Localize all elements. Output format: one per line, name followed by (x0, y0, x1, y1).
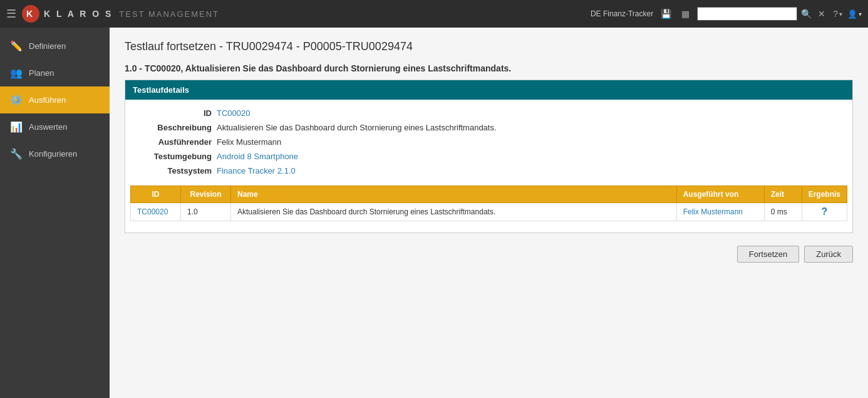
value-id[interactable]: TC00020 (217, 108, 250, 118)
sidebar-item-label-konfigurieren: Konfigurieren (29, 149, 77, 159)
help-menu[interactable]: ? ▾ (833, 9, 842, 19)
col-header-name: Name (231, 186, 677, 203)
info-row-beschreibung: Beschreibung Aktualisieren Sie das Dashb… (125, 120, 852, 135)
back-button[interactable]: Zurück (804, 246, 853, 263)
definieren-icon: ✏️ (10, 40, 23, 52)
card-body: ID TC00020 Beschreibung Aktualisieren Si… (125, 100, 852, 233)
logo-subtext: TEST MANAGEMENT (119, 9, 219, 19)
button-row: Fortsetzen Zurück (125, 246, 853, 263)
sidebar-item-label-definieren: Definieren (29, 41, 66, 51)
col-header-executed-by: Ausgeführt von (676, 186, 764, 203)
table-wrap: ID Revision Name Ausgeführt von Zeit Erg… (125, 178, 852, 226)
value-testsystem[interactable]: Finance Tracker 2.1.0 (217, 166, 296, 175)
svg-text:K: K (26, 9, 33, 19)
value-beschreibung: Aktualisieren Sie das Dashboard durch St… (217, 123, 497, 132)
search-wrap: 🔍 ✕ (697, 6, 828, 21)
info-row-id: ID TC00020 (125, 106, 852, 120)
sidebar-item-auswerten[interactable]: 📊 Auswerten (0, 113, 110, 140)
cell-result[interactable]: ? (802, 203, 847, 221)
card-header: Testlaufdetails (125, 80, 852, 100)
auswerten-icon: 📊 (10, 121, 23, 133)
sidebar-item-konfigurieren[interactable]: 🔧 Konfigurieren (0, 140, 110, 167)
sidebar-item-definieren[interactable]: ✏️ Definieren (0, 33, 110, 60)
user-icon: 👤 (847, 9, 857, 19)
grid-icon-btn[interactable]: ▦ (679, 6, 692, 21)
help-chevron-icon: ▾ (839, 11, 842, 18)
testlauf-card: Testlaufdetails ID TC00020 Beschreibung … (125, 80, 853, 233)
value-ausfuehrender: Felix Mustermann (217, 137, 281, 147)
tracker-label: DE Finanz-Tracker (591, 9, 653, 18)
layout: ✏️ Definieren 👥 Planen ⚙️ Ausführen 📊 Au… (0, 28, 868, 398)
cell-name: Aktualisieren Sie das Dashboard durch St… (231, 203, 677, 221)
col-header-time: Zeit (764, 186, 802, 203)
sidebar-item-planen[interactable]: 👥 Planen (0, 60, 110, 86)
continue-button[interactable]: Fortsetzen (737, 246, 799, 263)
logo: K K L A R O S TEST MANAGEMENT (21, 4, 219, 23)
info-row-ausfuehrender: Ausführender Felix Mustermann (125, 135, 852, 149)
logo-text: K L A R O S (44, 9, 113, 19)
help-icon: ? (833, 9, 838, 19)
clear-search-button[interactable]: ✕ (815, 6, 828, 21)
sidebar-item-label-auswerten: Auswerten (29, 122, 67, 132)
test-table: ID Revision Name Ausgeführt von Zeit Erg… (130, 186, 847, 221)
cell-time: 0 ms (764, 203, 802, 221)
label-id: ID (135, 108, 217, 118)
user-chevron-icon: ▾ (859, 11, 862, 18)
label-testumgebung: Testumgebung (135, 152, 217, 161)
sidebar-item-ausfuehren[interactable]: ⚙️ Ausführen (0, 86, 110, 113)
konfigurieren-icon: 🔧 (10, 148, 23, 160)
search-input[interactable] (697, 7, 797, 21)
cell-executed-by[interactable]: Felix Mustermann (676, 203, 764, 221)
col-header-result: Ergebnis (802, 186, 847, 203)
section-title: 1.0 - TC00020, Aktualisieren Sie das Das… (125, 63, 853, 73)
sidebar-item-label-ausfuehren: Ausführen (29, 95, 66, 105)
table-header-row: ID Revision Name Ausgeführt von Zeit Erg… (131, 186, 847, 203)
menu-icon[interactable]: ☰ (6, 7, 16, 21)
topbar: ☰ K K L A R O S TEST MANAGEMENT DE Finan… (0, 0, 868, 28)
sidebar-item-label-planen: Planen (29, 68, 54, 78)
info-row-testumgebung: Testumgebung Android 8 Smartphone (125, 149, 852, 164)
ausfuehren-icon: ⚙️ (10, 94, 23, 106)
page-title: Testlauf fortsetzen - TRU0029474 - P0000… (125, 40, 853, 53)
sidebar: ✏️ Definieren 👥 Planen ⚙️ Ausführen 📊 Au… (0, 28, 110, 398)
label-beschreibung: Beschreibung (135, 123, 217, 132)
logo-icon: K (21, 4, 40, 23)
planen-icon: 👥 (10, 67, 23, 79)
search-button[interactable]: 🔍 (798, 6, 814, 21)
cell-id[interactable]: TC00020 (131, 203, 181, 221)
value-testumgebung[interactable]: Android 8 Smartphone (217, 152, 298, 161)
label-testsystem: Testsystem (135, 166, 217, 175)
table-row: TC00020 1.0 Aktualisieren Sie das Dashbo… (131, 203, 847, 221)
user-menu[interactable]: 👤 ▾ (847, 9, 862, 19)
col-header-revision: Revision (181, 186, 231, 203)
save-icon-btn[interactable]: 💾 (658, 6, 674, 21)
label-ausfuehrender: Ausführender (135, 137, 217, 147)
main-content: Testlauf fortsetzen - TRU0029474 - P0000… (110, 28, 868, 398)
info-row-testsystem: Testsystem Finance Tracker 2.1.0 (125, 164, 852, 178)
col-header-id: ID (131, 186, 181, 203)
cell-revision: 1.0 (181, 203, 231, 221)
